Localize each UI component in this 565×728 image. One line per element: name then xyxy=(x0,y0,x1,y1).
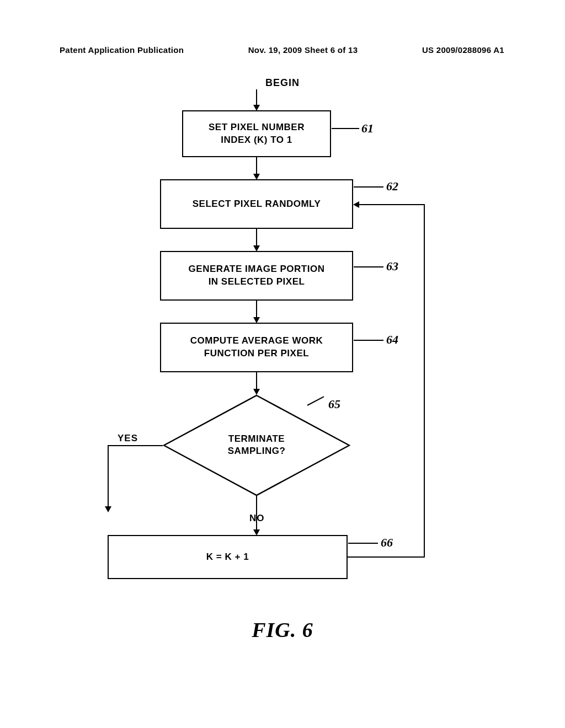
process-box-66: K = K + 1 xyxy=(108,535,348,579)
connector-line xyxy=(256,301,257,319)
leader-line xyxy=(354,340,383,341)
flowchart-diagram: BEGIN SET PIXEL NUMBER INDEX (K) TO 1 61… xyxy=(0,77,565,684)
header-right: US 2009/0288096 A1 xyxy=(422,45,504,55)
connector-line xyxy=(256,157,257,176)
ref-label-64: 64 xyxy=(386,333,398,347)
yes-label: YES xyxy=(118,433,138,444)
header-left: Patent Application Publication xyxy=(60,45,184,55)
process-box-62: SELECT PIXEL RANDOMLY xyxy=(160,179,353,229)
connector-line xyxy=(108,445,163,446)
ref-label-66: 66 xyxy=(381,536,393,550)
ref-label-62: 62 xyxy=(386,179,398,194)
decision-box-65: TERMINATE SAMPLING? xyxy=(163,394,350,496)
leader-line xyxy=(348,543,378,544)
connector-line xyxy=(256,229,257,248)
begin-label: BEGIN xyxy=(265,77,300,89)
box-text: SET PIXEL NUMBER INDEX (K) TO 1 xyxy=(209,121,305,147)
ref-label-65: 65 xyxy=(328,397,340,411)
page-header: Patent Application Publication Nov. 19, … xyxy=(0,45,565,55)
leader-line xyxy=(354,186,383,188)
arrowhead-icon xyxy=(353,201,359,208)
arrowhead-icon xyxy=(105,506,111,512)
process-box-64: COMPUTE AVERAGE WORK FUNCTION PER PIXEL xyxy=(160,323,353,372)
box-text: SELECT PIXEL RANDOMLY xyxy=(193,198,321,211)
box-text: COMPUTE AVERAGE WORK FUNCTION PER PIXEL xyxy=(190,335,323,360)
ref-label-63: 63 xyxy=(386,259,398,274)
connector-line xyxy=(348,556,425,558)
connector-line xyxy=(359,204,425,205)
process-box-63: GENERATE IMAGE PORTION IN SELECTED PIXEL xyxy=(160,251,353,301)
connector-line xyxy=(256,372,257,391)
leader-line xyxy=(332,128,359,129)
figure-label: FIG. 6 xyxy=(252,618,313,642)
box-text: K = K + 1 xyxy=(206,551,249,564)
ref-label-61: 61 xyxy=(361,121,374,136)
process-box-61: SET PIXEL NUMBER INDEX (K) TO 1 xyxy=(182,110,331,157)
box-text: GENERATE IMAGE PORTION IN SELECTED PIXEL xyxy=(189,263,325,288)
connector-line xyxy=(108,445,109,508)
header-center: Nov. 19, 2009 Sheet 6 of 13 xyxy=(248,45,358,55)
no-label: NO xyxy=(249,513,265,524)
leader-line xyxy=(354,266,383,267)
connector-line xyxy=(424,204,425,558)
decision-text: TERMINATE SAMPLING? xyxy=(228,433,286,458)
